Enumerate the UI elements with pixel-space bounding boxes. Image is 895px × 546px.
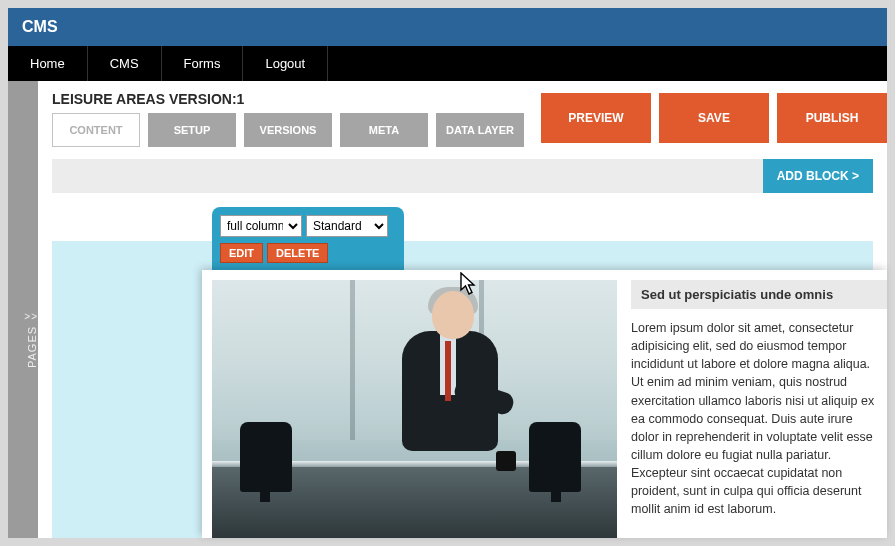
tab-setup[interactable]: SETUP <box>148 113 236 147</box>
nav-logout[interactable]: Logout <box>243 46 328 81</box>
page-toolbar: CONTENT SETUP VERSIONS META DATA LAYER P… <box>52 113 887 147</box>
tab-content[interactable]: CONTENT <box>52 113 140 147</box>
nav-forms[interactable]: Forms <box>162 46 244 81</box>
tab-data-layer[interactable]: DATA LAYER <box>436 113 524 147</box>
preview-button[interactable]: PREVIEW <box>541 93 651 143</box>
template-select[interactable]: Standard <box>306 215 388 237</box>
layout-select[interactable]: full column <box>220 215 302 237</box>
nav-cms[interactable]: CMS <box>88 46 162 81</box>
content-block[interactable]: Sed ut perspiciatis unde omnis Lorem ips… <box>202 270 887 538</box>
add-block-button[interactable]: ADD BLOCK > <box>763 159 873 193</box>
editor-canvas: full column Standard EDIT DELETE <box>52 207 887 538</box>
main-nav: Home CMS Forms Logout <box>8 46 887 81</box>
app-header: CMS <box>8 8 887 46</box>
block-controls: full column Standard EDIT DELETE <box>212 207 404 273</box>
tab-versions[interactable]: VERSIONS <box>244 113 332 147</box>
content-heading: Sed ut perspiciatis unde omnis <box>631 280 887 309</box>
nav-home[interactable]: Home <box>8 46 88 81</box>
tab-meta[interactable]: META <box>340 113 428 147</box>
brand-label: CMS <box>22 18 58 35</box>
delete-block-button[interactable]: DELETE <box>267 243 328 263</box>
publish-button[interactable]: PUBLISH <box>777 93 887 143</box>
chevron-right-icon: >> <box>24 311 38 322</box>
content-body: Lorem ipsum dolor sit amet, consectetur … <box>631 319 887 518</box>
pages-label: PAGES <box>26 326 38 368</box>
content-image <box>212 280 617 538</box>
edit-block-button[interactable]: EDIT <box>220 243 263 263</box>
save-button[interactable]: SAVE <box>659 93 769 143</box>
pages-sidebar-toggle[interactable]: PAGES >> <box>8 81 38 538</box>
add-block-bar: ADD BLOCK > <box>52 159 873 193</box>
